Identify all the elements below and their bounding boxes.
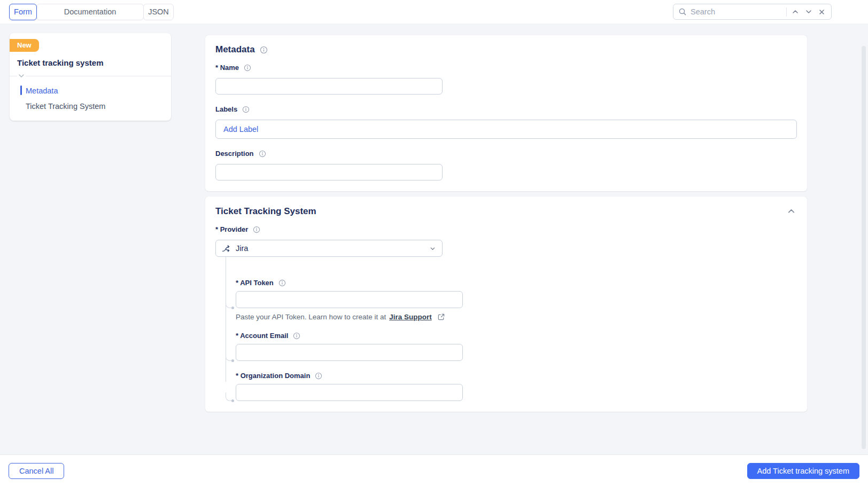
footer-action-bar: Cancel All Add Ticket tracking system bbox=[0, 454, 868, 487]
organization-domain-field: * Organization Domain bbox=[236, 372, 797, 401]
api-token-label: * API Token bbox=[236, 279, 274, 287]
info-icon[interactable] bbox=[293, 332, 300, 340]
name-input[interactable] bbox=[215, 78, 443, 95]
info-icon[interactable] bbox=[260, 46, 268, 54]
divider-caret-icon bbox=[17, 74, 26, 77]
name-field-label: * Name bbox=[215, 64, 239, 72]
search-icon bbox=[678, 7, 687, 16]
info-icon[interactable] bbox=[315, 372, 322, 380]
metadata-card-title: Metadata bbox=[215, 44, 255, 55]
sidebar-item-ticket-tracking-system[interactable]: Ticket Tracking System bbox=[10, 98, 171, 114]
tab-documentation[interactable]: Documentation bbox=[36, 4, 144, 20]
close-icon bbox=[818, 9, 825, 15]
api-token-field: * API Token Paste your API Token. Learn … bbox=[236, 279, 797, 321]
top-header: Form Documentation JSON bbox=[0, 0, 868, 23]
add-ticket-tracking-system-page: Form Documentation JSON bbox=[0, 0, 868, 487]
provider-field-label: * Provider bbox=[215, 225, 248, 233]
new-badge: New bbox=[10, 39, 39, 52]
tree-branch-icon bbox=[226, 352, 232, 361]
ticket-card-title: Ticket Tracking System bbox=[215, 206, 316, 217]
collapse-section-button[interactable] bbox=[786, 206, 797, 217]
branch-split-icon bbox=[222, 244, 231, 253]
search-input[interactable] bbox=[691, 7, 782, 16]
account-email-label: * Account Email bbox=[236, 332, 288, 340]
content-area: New Ticket tracking system Metadata Tick… bbox=[0, 23, 868, 454]
sidebar-nav: Metadata Ticket Tracking System bbox=[10, 76, 171, 114]
search-box[interactable] bbox=[673, 4, 832, 20]
description-field-label: Description bbox=[215, 150, 254, 158]
add-label-button[interactable]: Add Label bbox=[223, 125, 258, 133]
sidebar-divider bbox=[10, 76, 171, 76]
api-token-input[interactable] bbox=[236, 291, 463, 308]
info-icon[interactable] bbox=[242, 106, 250, 113]
chevron-down-icon bbox=[429, 245, 436, 252]
tree-branch-icon bbox=[226, 392, 232, 401]
info-icon[interactable] bbox=[253, 226, 260, 233]
account-email-field: * Account Email bbox=[236, 332, 797, 361]
labels-box: Add Label bbox=[215, 120, 797, 139]
account-email-input[interactable] bbox=[236, 344, 463, 361]
organization-domain-input[interactable] bbox=[236, 384, 463, 401]
sidebar-title: Ticket tracking system bbox=[17, 58, 164, 67]
search-divider bbox=[786, 7, 787, 17]
info-icon[interactable] bbox=[244, 64, 251, 72]
search-prev-button[interactable] bbox=[790, 7, 800, 17]
view-tabs: Form Documentation JSON bbox=[10, 4, 174, 20]
info-icon[interactable] bbox=[259, 150, 266, 158]
tab-json[interactable]: JSON bbox=[143, 4, 174, 20]
chevron-up-icon bbox=[792, 8, 799, 15]
search-next-button[interactable] bbox=[804, 7, 813, 17]
chevron-down-icon bbox=[805, 8, 812, 15]
description-input[interactable] bbox=[215, 164, 443, 180]
provider-selected-value: Jira bbox=[236, 244, 424, 253]
labels-field-label: Labels bbox=[215, 105, 237, 113]
provider-select[interactable]: Jira bbox=[215, 240, 443, 257]
sidebar-item-metadata[interactable]: Metadata bbox=[10, 83, 171, 98]
tree-connector-line bbox=[226, 257, 226, 382]
tab-form[interactable]: Form bbox=[9, 4, 37, 20]
organization-domain-label: * Organization Domain bbox=[236, 372, 310, 380]
jira-support-link[interactable]: Jira Support bbox=[389, 313, 432, 321]
ticket-tracking-system-card: Ticket Tracking System * Provider bbox=[205, 197, 807, 412]
search-close-button[interactable] bbox=[817, 7, 826, 17]
external-link-icon[interactable] bbox=[437, 313, 445, 321]
api-token-helper-text: Paste your API Token. Learn how to creat… bbox=[236, 313, 386, 321]
add-ticket-tracking-system-button[interactable]: Add Ticket tracking system bbox=[747, 463, 859, 479]
chevron-up-icon bbox=[787, 207, 796, 216]
tree-branch-icon bbox=[226, 300, 232, 308]
info-icon[interactable] bbox=[278, 279, 286, 287]
vertical-scrollbar[interactable] bbox=[862, 46, 866, 449]
cancel-all-button[interactable]: Cancel All bbox=[9, 463, 64, 479]
metadata-card: Metadata * Name Labels Add Label bbox=[205, 35, 807, 191]
provider-nested-fields: * API Token Paste your API Token. Learn … bbox=[226, 257, 797, 401]
form-outline-card: New Ticket tracking system Metadata Tick… bbox=[10, 33, 171, 121]
